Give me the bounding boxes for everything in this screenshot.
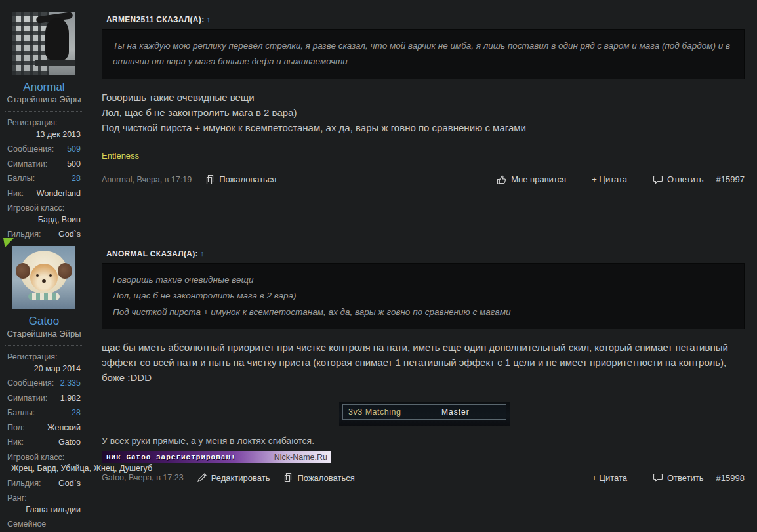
speech-bubble-icon — [653, 174, 663, 185]
quote-text: Ты на каждую мою реплику перевёл стрелки… — [113, 38, 733, 70]
nick-name-banner[interactable]: Ник Gatoo зарегистрирован! Nick-Name.Ru — [102, 451, 331, 463]
username-link[interactable]: Gatoo — [29, 315, 59, 328]
stat-row: Гильдия:God`s — [7, 478, 81, 490]
signature-text: У всех руки прямые, а у меня в локтях сг… — [102, 436, 745, 446]
stat-value: 13 дек 2013 — [11, 129, 81, 141]
user-info-panel: Gatoo Старейшина Эйры Регистрация:20 мар… — [0, 234, 97, 531]
quote-text: Говоришь такие очевидные вещи — [113, 272, 733, 288]
stat-row: Симпатии:1.982 — [7, 393, 81, 405]
avatar-art — [58, 263, 72, 279]
reply-button[interactable]: Ответить — [653, 472, 704, 483]
post-number-link[interactable]: #15998 — [716, 473, 745, 483]
pages-flag-icon — [283, 472, 293, 483]
messages-count-link[interactable]: 2.335 — [58, 378, 81, 390]
points-link[interactable]: 28 — [39, 407, 81, 419]
quote-block: Говоришь такие очевидные вещи Лол, щас б… — [102, 263, 745, 329]
report-button[interactable]: Пожаловаться — [283, 472, 354, 483]
forum-post: Gatoo Старейшина Эйры Регистрация:20 мар… — [0, 234, 757, 531]
stat-value: Gatoo — [28, 437, 81, 449]
stat-value: God`s — [45, 478, 81, 490]
stat-value: 500 — [51, 159, 81, 171]
quote-header[interactable]: ARMEN2511 СКАЗАЛ(А):↑ — [106, 15, 745, 24]
stat-value: Wonderland — [28, 188, 81, 200]
stat-row: Регистрация:20 мар 2014 — [7, 352, 81, 375]
avatar[interactable] — [12, 246, 75, 309]
user-stats: Регистрация:20 мар 2014 Сообщения:2.335 … — [0, 352, 97, 532]
speech-bubble-icon — [653, 472, 663, 483]
user-title: Старейшина Эйры — [0, 329, 88, 338]
divider — [5, 345, 83, 346]
quote-button[interactable]: + Цитата — [592, 473, 627, 483]
reply-button[interactable]: Ответить — [653, 174, 704, 185]
signature-game-screenshot: 3v3 Matching Master — [339, 402, 510, 426]
quote-block: Ты на каждую мою реплику перевёл стрелки… — [102, 29, 745, 79]
avatar-art — [35, 60, 75, 66]
post-footer: Gatoo, Вчера, в 17:23 Редактировать Пожа… — [102, 472, 745, 483]
avatar-art — [30, 264, 58, 291]
quote-header[interactable]: ANORMAL СКАЗАЛ(А):↑ — [106, 249, 745, 258]
post-body: ANORMAL СКАЗАЛ(А):↑ Говоришь такие очеви… — [97, 234, 757, 531]
user-stats: Регистрация:13 дек 2013 Сообщения:509 Си… — [0, 117, 97, 241]
stat-row: Семейное положение:Воспитываю с Сычом ко… — [7, 519, 81, 532]
message-text: Говоришь такие очевидные вещи Лол, щас б… — [102, 90, 745, 135]
stat-row: Сообщения:2.335 — [7, 378, 81, 390]
post-footer: Anormal, Вчера, в 17:19 Пожаловаться Мне… — [102, 174, 745, 185]
banner-text: Ник Gatoo зарегистрирован! — [102, 453, 236, 461]
thumb-up-icon — [497, 174, 507, 185]
report-button[interactable]: Пожаловаться — [205, 174, 276, 185]
stat-value: Женский — [28, 422, 81, 434]
quote-button[interactable]: + Цитата — [592, 174, 627, 184]
stat-row: Баллы:28 — [7, 407, 81, 419]
stat-row: Баллы:28 — [7, 173, 81, 185]
stat-row: Игровой класс:Бард, Воин — [7, 203, 81, 226]
user-info-panel: Anormal Старейшина Эйры Регистрация:13 д… — [0, 0, 97, 234]
game-rank-label: Master — [441, 407, 470, 417]
post-date: Gatoo, Вчера, в 17:23 — [102, 473, 184, 482]
stat-row: Симпатии:500 — [7, 159, 81, 171]
post-number-link[interactable]: #15997 — [716, 174, 745, 184]
signature-text: Entleness — [102, 151, 745, 161]
stat-row: Регистрация:13 дек 2013 — [7, 117, 81, 140]
game-rank-row: 3v3 Matching Master — [342, 404, 506, 420]
divider — [5, 111, 83, 112]
signature-divider — [102, 394, 745, 394]
message-text: щас бы иметь абсолютный приоритет при чи… — [102, 340, 745, 385]
stat-value: Бард, Воин — [11, 215, 81, 226]
stat-row: Ранг:Глава гильдии — [7, 493, 81, 516]
stat-row: Игровой класс:Жрец, Бард, Убийца, Жнец, … — [7, 452, 81, 475]
post-body: ARMEN2511 СКАЗАЛ(А):↑ Ты на каждую мою р… — [97, 0, 757, 234]
quote-text: Под чисткой пирста + имунок к всемпетост… — [113, 304, 733, 320]
stat-row: Ник:Wonderland — [7, 188, 81, 200]
points-link[interactable]: 28 — [39, 173, 81, 185]
avatar-art — [16, 263, 30, 279]
banner-site-label: Nick-Name.Ru — [274, 453, 331, 462]
avatar-art — [28, 293, 60, 300]
messages-count-link[interactable]: 509 — [58, 144, 81, 155]
forum-post: Anormal Старейшина Эйры Регистрация:13 д… — [0, 0, 757, 234]
pencil-icon — [197, 472, 207, 483]
avatar-art — [45, 18, 69, 60]
avatar[interactable] — [12, 12, 75, 75]
edit-button[interactable]: Редактировать — [197, 472, 270, 483]
stat-row: Пол:Женский — [7, 422, 81, 434]
jump-to-quoted-post-arrow[interactable]: ↑ — [200, 249, 204, 258]
pages-flag-icon — [205, 174, 215, 185]
game-mode-label: 3v3 Matching — [348, 407, 401, 417]
stat-value: 1.982 — [51, 393, 81, 405]
stat-row: Сообщения:509 — [7, 144, 81, 155]
jump-to-quoted-post-arrow[interactable]: ↑ — [206, 15, 210, 24]
stat-value: Глава гильдии — [11, 504, 81, 516]
post-date: Anormal, Вчера, в 17:19 — [102, 175, 192, 184]
like-button[interactable]: Мне нравится — [497, 174, 566, 185]
stat-value: 20 мар 2014 — [11, 363, 81, 375]
stat-row: Ник:Gatoo — [7, 437, 81, 449]
user-title: Старейшина Эйры — [0, 94, 88, 104]
quote-text: Лол, щас б не законтролить мага в 2 вара… — [113, 288, 733, 304]
signature-divider — [102, 144, 745, 144]
username-link[interactable]: Anormal — [23, 81, 64, 94]
